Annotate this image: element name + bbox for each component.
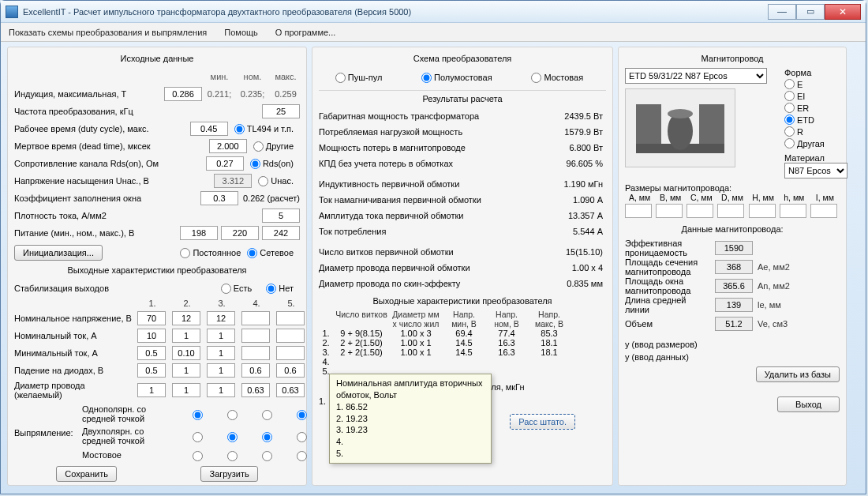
- calc-hidden-button[interactable]: Расc штато.: [510, 414, 575, 430]
- induction-nom: 0.235;: [238, 89, 267, 99]
- inom-4[interactable]: [241, 329, 270, 343]
- dim-H[interactable]: [749, 204, 776, 218]
- imin-4[interactable]: [241, 346, 270, 360]
- vdrop-1[interactable]: [137, 363, 166, 378]
- dwire-5[interactable]: [276, 383, 305, 397]
- shape-etd-radio[interactable]: [784, 115, 795, 125]
- window-minimize-button[interactable]: [768, 4, 796, 20]
- load-button[interactable]: Загрузить: [200, 466, 257, 482]
- inom-5[interactable]: [276, 329, 305, 343]
- menu-schemes[interactable]: Показать схемы преобразования и выпрямле…: [9, 28, 207, 37]
- dwire-2[interactable]: [172, 383, 200, 397]
- shape-ei-radio[interactable]: [784, 91, 795, 101]
- res-skin-label: Диаметр провода по скин-эффекту: [319, 279, 543, 288]
- vdrop-5[interactable]: [276, 363, 305, 378]
- vnom-3[interactable]: [207, 311, 235, 325]
- fill-input[interactable]: [200, 191, 238, 205]
- vnom-4[interactable]: [241, 311, 270, 325]
- rect2-4[interactable]: [297, 432, 307, 442]
- rds-input[interactable]: [206, 156, 244, 171]
- vnom-5[interactable]: [276, 311, 305, 325]
- freq-label: Частота преобразования, кГц: [14, 107, 262, 116]
- freq-input[interactable]: [262, 104, 300, 118]
- vdrop-4[interactable]: [241, 363, 270, 378]
- add-by-dims[interactable]: у (ввод размеров): [625, 338, 840, 351]
- rect3-1[interactable]: [193, 451, 203, 461]
- rect3-3[interactable]: [262, 451, 272, 461]
- dc-radio[interactable]: [180, 248, 190, 258]
- svg-point-4: [668, 109, 693, 118]
- unas-radio-label: Uнас.: [271, 176, 294, 186]
- dim-i[interactable]: [810, 204, 837, 218]
- vnom-1[interactable]: [137, 311, 166, 325]
- supply-min-input[interactable]: [180, 226, 218, 240]
- vdrop-3[interactable]: [207, 363, 235, 378]
- shape-er-radio[interactable]: [784, 103, 795, 113]
- half-bridge-radio[interactable]: [421, 73, 432, 83]
- rect3-2[interactable]: [227, 451, 238, 461]
- supply-nom-input[interactable]: [221, 226, 259, 240]
- rect2-3[interactable]: [262, 432, 272, 442]
- inom-3[interactable]: [207, 329, 235, 343]
- rect1-1[interactable]: [193, 410, 203, 420]
- dwire-1[interactable]: [137, 383, 166, 397]
- duty-input[interactable]: [190, 122, 228, 136]
- shape-r-radio[interactable]: [784, 126, 795, 137]
- dim-a[interactable]: [625, 204, 652, 218]
- unas-input: [214, 174, 252, 188]
- rect1-4[interactable]: [297, 410, 307, 420]
- core-select[interactable]: ETD 59/31/22 N87 Epcos: [625, 68, 767, 84]
- init-button[interactable]: Инициализация...: [14, 245, 103, 261]
- shape-other-radio[interactable]: [784, 138, 795, 148]
- stab-yes-label: Есть: [234, 284, 252, 293]
- supply-max-input[interactable]: [262, 226, 300, 240]
- exit-button[interactable]: Выход: [777, 396, 840, 412]
- window-close-button[interactable]: [825, 4, 861, 20]
- stab-no-radio[interactable]: [266, 284, 276, 294]
- menu-about[interactable]: О программе...: [275, 28, 335, 37]
- fill-calc: 0.262 (расчет): [243, 194, 300, 203]
- imin-2[interactable]: [172, 346, 200, 360]
- vdrop-2[interactable]: [172, 363, 200, 378]
- material-select[interactable]: N87 Epcos: [784, 163, 847, 178]
- other-chip-radio[interactable]: [253, 141, 264, 152]
- dead-input[interactable]: [209, 139, 247, 153]
- rect2-2[interactable]: [227, 432, 238, 442]
- vnom-2[interactable]: [172, 311, 200, 325]
- add-by-data[interactable]: у (ввод данных): [625, 351, 840, 363]
- rds-radio[interactable]: [250, 159, 260, 169]
- full-bridge-radio[interactable]: [531, 73, 541, 83]
- stab-yes-radio[interactable]: [221, 284, 231, 294]
- imin-5[interactable]: [276, 346, 305, 360]
- dwire-3[interactable]: [207, 383, 235, 397]
- rect1-3[interactable]: [262, 410, 272, 420]
- rect-label: Выпрямление:: [14, 428, 77, 438]
- unas-radio[interactable]: [258, 176, 268, 186]
- delete-from-db-button[interactable]: Удалить из базы: [756, 366, 840, 382]
- rect1-2[interactable]: [227, 410, 238, 420]
- core-title: Магнитопровод: [625, 54, 840, 63]
- dim-c[interactable]: [687, 204, 713, 218]
- res-gab-label: Габаритная мощность трансформатора: [319, 111, 543, 121]
- tl494-radio[interactable]: [234, 124, 245, 134]
- induction-input[interactable]: [164, 87, 202, 101]
- dwire-4[interactable]: [241, 383, 270, 397]
- dim-d[interactable]: [717, 204, 744, 218]
- ve-unit: Ve, см3: [758, 319, 788, 329]
- imin-1[interactable]: [137, 346, 166, 360]
- window-maximize-button[interactable]: [796, 4, 825, 20]
- ac-radio[interactable]: [247, 248, 257, 258]
- inom-1[interactable]: [137, 329, 166, 343]
- inom-2[interactable]: [172, 329, 200, 343]
- stab-label: Стабилизация выходов: [14, 284, 221, 293]
- push-pull-radio[interactable]: [335, 73, 346, 83]
- rect3-4[interactable]: [297, 451, 307, 461]
- dim-h[interactable]: [780, 204, 806, 218]
- save-button[interactable]: Сохранить: [56, 466, 117, 482]
- imin-3[interactable]: [207, 346, 235, 360]
- shape-e-radio[interactable]: [784, 79, 795, 89]
- jdens-input[interactable]: [262, 209, 300, 223]
- dim-b[interactable]: [656, 204, 683, 218]
- menu-help[interactable]: Помощь: [224, 28, 258, 37]
- rect2-1[interactable]: [193, 432, 203, 442]
